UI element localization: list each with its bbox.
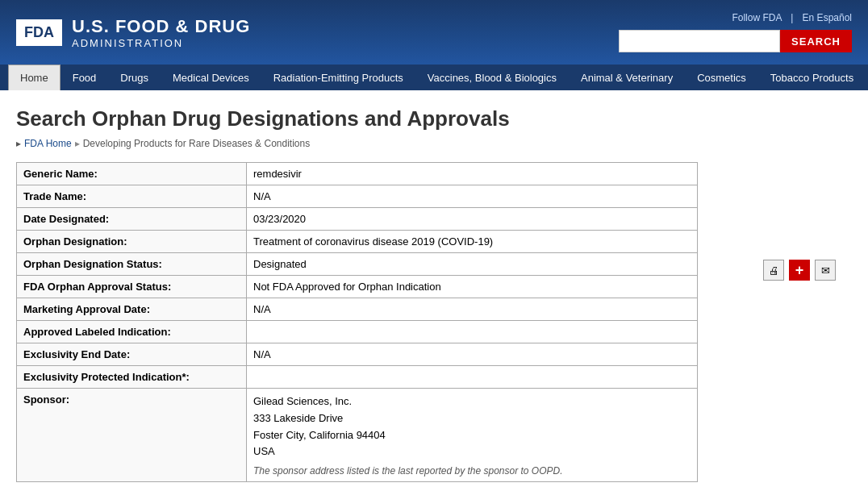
sponsor-name: Gilead Sciences, Inc. [253, 395, 352, 407]
value-trade-name: N/A [247, 185, 698, 208]
breadcrumb-arrow2: ▸ [75, 138, 80, 149]
main-nav: Home Food Drugs Medical Devices Radiatio… [0, 65, 868, 90]
en-espanol-link[interactable]: En Español [803, 12, 852, 23]
table-row-designation-status: Orphan Designation Status: Designated [17, 253, 698, 276]
table-row-marketing-date: Marketing Approval Date: N/A [17, 298, 698, 321]
value-sponsor: Gilead Sciences, Inc. 333 Lakeside Drive… [247, 389, 698, 482]
nav-item-radiation[interactable]: Radiation-Emitting Products [261, 65, 415, 90]
nav-item-tobacco[interactable]: Tobacco Products [758, 65, 866, 90]
table-row-sponsor: Sponsor: Gilead Sciences, Inc. 333 Lakes… [17, 389, 698, 482]
sponsor-country: USA [253, 445, 275, 457]
nav-item-drugs[interactable]: Drugs [108, 65, 161, 90]
label-marketing-date: Marketing Approval Date: [17, 298, 247, 321]
add-icon-button[interactable]: + [789, 260, 810, 281]
value-designation-status: Designated [247, 253, 698, 276]
table-row-orphan-designation: Orphan Designation: Treatment of coronav… [17, 231, 698, 253]
drug-info-table: Generic Name: remdesivir Trade Name: N/A… [16, 162, 698, 482]
value-exclusivity-protected [247, 366, 698, 389]
fda-logo: FDA [16, 19, 62, 46]
header: FDA U.S. FOOD & DRUG ADMINISTRATION Foll… [0, 0, 868, 65]
search-button[interactable]: SEARCH [780, 30, 852, 52]
print-icon-button[interactable]: 🖨 [763, 260, 784, 281]
label-orphan-designation: Orphan Designation: [17, 231, 247, 253]
sponsor-note: The sponsor address listed is the last r… [253, 465, 691, 477]
label-trade-name: Trade Name: [17, 185, 247, 208]
action-icons: 🖨 + ✉ [763, 260, 836, 281]
nav-item-cosmetics[interactable]: Cosmetics [685, 65, 758, 90]
value-labeled-indication [247, 321, 698, 343]
breadcrumb-home-link[interactable]: FDA Home [24, 138, 72, 149]
value-orphan-designation: Treatment of coronavirus disease 2019 (C… [247, 231, 698, 253]
fda-title-sub: ADMINISTRATION [72, 37, 250, 49]
sponsor-address2: Foster City, California 94404 [253, 429, 386, 441]
table-row-exclusivity-protected: Exclusivity Protected Indication*: [17, 366, 698, 389]
header-links: Follow FDA | En Español [619, 12, 852, 23]
follow-fda-link[interactable]: Follow FDA [732, 12, 781, 23]
label-date-designated: Date Designated: [17, 208, 247, 231]
sponsor-address1: 333 Lakeside Drive [253, 412, 343, 424]
nav-item-vaccines[interactable]: Vaccines, Blood & Biologics [415, 65, 569, 90]
label-exclusivity-end: Exclusivity End Date: [17, 343, 247, 366]
email-icon-button[interactable]: ✉ [815, 260, 836, 281]
nav-item-animal[interactable]: Animal & Veterinary [569, 65, 685, 90]
nav-item-medical-devices[interactable]: Medical Devices [161, 65, 261, 90]
value-generic-name: remdesivir [247, 163, 698, 185]
content-wrapper: Search Orphan Drug Designations and Appr… [16, 106, 852, 487]
page-title: Search Orphan Drug Designations and Appr… [16, 106, 852, 131]
table-row-approval-status: FDA Orphan Approval Status: Not FDA Appr… [17, 276, 698, 298]
breadcrumb: ▸ FDA Home ▸ Developing Products for Rar… [16, 138, 852, 149]
header-right: Follow FDA | En Español SEARCH [619, 12, 852, 52]
nav-item-home[interactable]: Home [8, 65, 61, 90]
label-labeled-indication: Approved Labeled Indication: [17, 321, 247, 343]
logo-area: FDA U.S. FOOD & DRUG ADMINISTRATION [16, 16, 250, 49]
label-approval-status: FDA Orphan Approval Status: [17, 276, 247, 298]
fda-title: U.S. FOOD & DRUG ADMINISTRATION [72, 16, 250, 49]
value-approval-status: Not FDA Approved for Orphan Indication [247, 276, 698, 298]
search-bar: SEARCH [619, 30, 852, 52]
table-row-exclusivity-end: Exclusivity End Date: N/A [17, 343, 698, 366]
label-sponsor: Sponsor: [17, 389, 247, 482]
nav-item-food[interactable]: Food [61, 65, 109, 90]
content-area: Search Orphan Drug Designations and Appr… [0, 90, 868, 487]
breadcrumb-section: Developing Products for Rare Diseases & … [83, 138, 310, 149]
value-exclusivity-end: N/A [247, 343, 698, 366]
value-date-designated: 03/23/2020 [247, 208, 698, 231]
fda-title-main: U.S. FOOD & DRUG [72, 16, 250, 37]
value-marketing-date: N/A [247, 298, 698, 321]
search-input[interactable] [619, 30, 780, 52]
table-row-trade-name: Trade Name: N/A [17, 185, 698, 208]
table-row-generic-name: Generic Name: remdesivir [17, 163, 698, 185]
table-row-labeled-indication: Approved Labeled Indication: [17, 321, 698, 343]
label-exclusivity-protected: Exclusivity Protected Indication*: [17, 366, 247, 389]
table-row-date-designated: Date Designated: 03/23/2020 [17, 208, 698, 231]
label-designation-status: Orphan Designation Status: [17, 253, 247, 276]
sponsor-address: Gilead Sciences, Inc. 333 Lakeside Drive… [253, 393, 691, 460]
label-generic-name: Generic Name: [17, 163, 247, 185]
breadcrumb-arrow1: ▸ [16, 138, 21, 149]
